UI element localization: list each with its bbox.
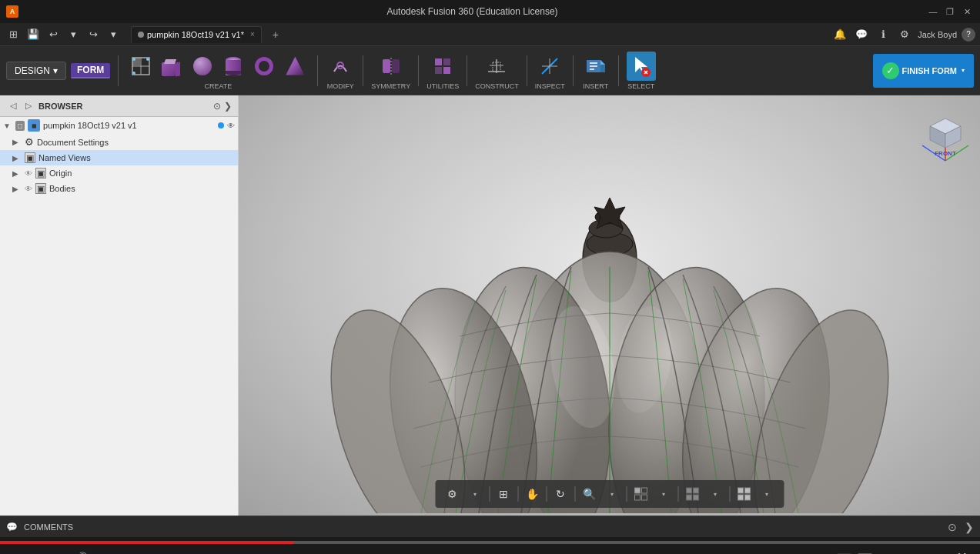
user-avatar[interactable]: Jack Boyd [918, 30, 957, 39]
root-eye-icon[interactable]: 👁 [227, 122, 235, 130]
symmetry-tool-1[interactable] [376, 52, 406, 81]
construct-tool-1[interactable] [482, 52, 511, 81]
video-controls: ⏮ ▶ ⏭ ⏭ 🔊 7:56 / 26:12 CC HD ▭ ⧉ ⊡ ⛶ [0, 537, 980, 554]
grid-snap-button[interactable]: ⊞ [493, 483, 514, 505]
symmetry-group-label: SYMMETRY [371, 82, 410, 90]
tab-close-button[interactable]: × [250, 30, 255, 38]
named-views-folder-icon: ▣ [25, 152, 35, 163]
browser-item-doc-settings[interactable]: ▶ ⚙ Document Settings [0, 134, 238, 150]
viewport[interactable]: FRONT ⚙ ▾ ⊞ ✋ ↻ 🔍 ▾ ▾ [239, 95, 980, 516]
visual-style-arrow[interactable]: ▾ [756, 483, 778, 505]
toolbar-sep-4 [418, 55, 419, 86]
display-mode-arrow[interactable]: ▾ [653, 483, 674, 505]
comments-collapse-icon[interactable]: ❯ [965, 521, 974, 533]
form-tab[interactable]: FORM [71, 63, 110, 78]
progress-fill [0, 541, 294, 544]
redo-button[interactable]: ↪ [85, 26, 102, 43]
undo-button[interactable]: ↩ [45, 26, 62, 43]
browser-nav: ◁ ▷ [6, 99, 35, 113]
visual-style-button[interactable] [733, 483, 754, 505]
finish-form-label-area: FINISH FORM [902, 66, 958, 75]
root-icon: □ [15, 121, 25, 131]
theater-mode-button[interactable]: ▭ [878, 549, 897, 554]
bt-sep-7 [729, 486, 730, 502]
redo-arrow[interactable]: ▾ [105, 26, 122, 43]
browser-back-button[interactable]: ◁ [6, 99, 20, 113]
root-expand-arrow[interactable]: ▼ [3, 122, 12, 130]
browser-item-bodies[interactable]: ▶ 👁 ▣ Bodies [0, 181, 238, 196]
insert-tool-1[interactable] [581, 52, 610, 81]
origin-expand[interactable]: ▶ [12, 169, 22, 178]
browser-collapse-button[interactable]: ❯ [224, 101, 232, 112]
insert-group: INSERT [581, 52, 610, 90]
active-tab[interactable]: pumpkin 18Oct19 v21 v1* × [131, 26, 262, 43]
create-torus-button[interactable] [249, 52, 279, 81]
comments-settings-button[interactable]: ⊙ [948, 521, 957, 533]
notifications-button[interactable]: 🔔 [831, 26, 848, 43]
save-button[interactable]: 💾 [25, 26, 42, 43]
toolbar: DESIGN ▾ FORM [0, 46, 980, 95]
modify-tool-1[interactable] [326, 52, 355, 81]
symmetry-tools-row [376, 52, 406, 81]
utilities-tool-1[interactable] [428, 52, 457, 81]
bt-sep-6 [677, 486, 678, 502]
doc-settings-expand[interactable]: ▶ [12, 138, 22, 146]
svg-rect-58 [686, 495, 691, 500]
miniplayer-button[interactable]: ⧉ [903, 549, 921, 554]
restore-button[interactable]: ❐ [943, 5, 957, 18]
named-views-expand[interactable]: ▶ [12, 154, 22, 162]
create-tools-row [126, 52, 309, 81]
progress-bar[interactable] [0, 541, 980, 544]
toolbar-sep-8 [618, 55, 619, 86]
browser-item-origin[interactable]: ▶ 👁 ▣ Origin [0, 165, 238, 181]
grid-menu-button[interactable]: ⊞ [5, 26, 22, 43]
settings-button[interactable]: ⚙ [896, 26, 913, 43]
browser-item-named-views[interactable]: ▶ ▣ Named Views [0, 150, 238, 165]
appearance-button[interactable] [681, 483, 703, 505]
select-tool-1[interactable] [627, 52, 656, 81]
appearance-arrow[interactable]: ▾ [704, 483, 726, 505]
doc-settings-gear-icon: ⚙ [25, 136, 34, 148]
create-cylinder-button[interactable] [219, 52, 248, 81]
tab-bar: ⊞ 💾 ↩ ▾ ↪ ▾ pumpkin 18Oct19 v21 v1* × + … [0, 23, 980, 46]
inspect-tools-row [535, 52, 564, 81]
display-settings-button[interactable]: ⚙ [441, 483, 463, 505]
close-button[interactable]: ✕ [960, 5, 974, 18]
create-group: CREATE [126, 52, 309, 90]
zoom-arrow[interactable]: ▾ [601, 483, 623, 505]
create-face-button[interactable] [126, 52, 156, 81]
undo-arrow[interactable]: ▾ [65, 26, 82, 43]
inspect-tool-1[interactable] [535, 52, 564, 81]
display-settings-arrow[interactable]: ▾ [464, 483, 486, 505]
zoom-button[interactable]: 🔍 [578, 483, 600, 505]
browser-settings-button[interactable]: ⊙ [213, 101, 221, 112]
fullscreen-button[interactable]: ⛶ [952, 549, 971, 554]
feedback-button[interactable]: 💬 [853, 26, 870, 43]
construct-group: CONSTRUCT [475, 52, 519, 90]
create-pipe-button[interactable] [280, 52, 309, 81]
add-tab-button[interactable]: + [268, 27, 283, 42]
browser-title: BROWSER [38, 102, 210, 111]
design-mode-button[interactable]: DESIGN ▾ [6, 62, 66, 80]
pan-button[interactable]: ✋ [521, 483, 543, 505]
bodies-expand[interactable]: ▶ [12, 185, 22, 193]
create-box-button[interactable] [157, 52, 186, 81]
finish-form-check-icon: ✓ [882, 62, 899, 79]
orbit-button[interactable]: ↻ [550, 483, 571, 505]
info-button[interactable]: ℹ [875, 26, 891, 43]
svg-rect-9 [392, 59, 400, 73]
display-mode-button[interactable] [630, 483, 651, 505]
view-cube[interactable]: FRONT [918, 103, 972, 165]
browser-forward-button[interactable]: ▷ [22, 99, 35, 113]
minimize-button[interactable]: — [926, 5, 940, 18]
bt-sep-2 [517, 486, 518, 502]
create-sphere-button[interactable] [188, 52, 217, 81]
bt-sep-3 [546, 486, 547, 502]
origin-eye-icon[interactable]: 👁 [25, 169, 32, 178]
3d-canvas[interactable]: FRONT ⚙ ▾ ⊞ ✋ ↻ 🔍 ▾ ▾ [239, 95, 980, 516]
pip-button[interactable]: ⊡ [928, 549, 946, 554]
finish-form-button[interactable]: ✓ FINISH FORM ▾ [873, 54, 975, 88]
browser-root-item[interactable]: ▼ □ ◼ pumpkin 18Oct19 v21 v1 👁 [0, 117, 238, 134]
bodies-eye-icon[interactable]: 👁 [25, 185, 32, 193]
help-button[interactable]: ? [962, 28, 975, 42]
